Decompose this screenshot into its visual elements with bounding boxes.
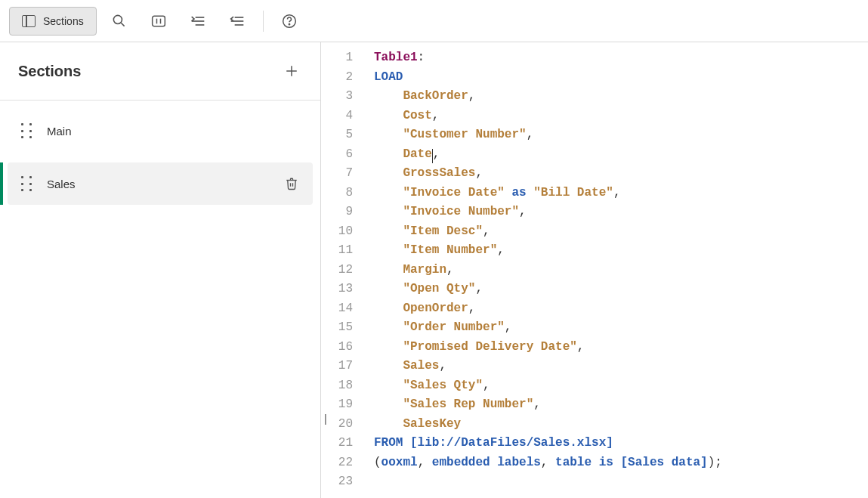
search-button[interactable] [103, 7, 136, 36]
line-number: 9 [321, 203, 353, 222]
code-line[interactable]: (ooxml, embedded labels, table is [Sales… [374, 453, 868, 473]
token-kw: table [555, 456, 592, 469]
token-punc: ); [708, 456, 722, 469]
token-field: "Invoice Date" [403, 186, 504, 200]
code-line[interactable]: LOAD [374, 68, 868, 88]
token-field: "Bill Date" [533, 186, 613, 200]
line-number: 7 [321, 164, 353, 184]
token-punc: , [527, 128, 534, 141]
code-line[interactable]: "Item Desc", [374, 222, 868, 242]
token-field: "Order Number" [403, 320, 504, 334]
token-lib: [lib://DataFiles/Sales.xlsx] [410, 436, 613, 450]
line-number: 15 [321, 318, 353, 338]
token-kw: LOAD [374, 70, 403, 84]
token-punc [592, 456, 599, 469]
token-punc: , [533, 397, 541, 411]
code-line[interactable]: "Promised Delivery Date", [374, 338, 868, 357]
section-item-sales[interactable]: Sales [8, 162, 313, 205]
code-line[interactable]: Cost, [374, 107, 868, 126]
svg-point-0 [114, 15, 122, 23]
token-punc: , [418, 456, 432, 469]
code-line[interactable]: "Sales Rep Number", [374, 395, 868, 415]
code-line[interactable]: "Open Qty", [374, 280, 868, 299]
code-line[interactable]: "Item Number", [374, 241, 868, 261]
token-punc: , [433, 147, 440, 161]
token-punc [527, 186, 534, 200]
token-punc: , [468, 89, 476, 103]
token-field: BackOrder [403, 89, 468, 103]
line-number: 1 [321, 48, 353, 68]
line-number: 10 [321, 222, 353, 242]
line-number: 8 [321, 184, 353, 203]
comment-toggle-button[interactable] [142, 7, 175, 36]
sidebar-title: Sections [18, 63, 81, 80]
sidebar-header: Sections [0, 42, 320, 101]
add-section-button[interactable] [281, 60, 302, 82]
section-label: Main [47, 125, 301, 138]
section-item-main[interactable]: Main [8, 110, 313, 152]
line-number: 17 [321, 357, 353, 376]
token-field: Cost [403, 109, 431, 122]
svg-line-1 [121, 23, 124, 26]
token-field: "Item Desc" [403, 224, 483, 238]
code-line[interactable]: "Invoice Date" as "Bill Date", [374, 184, 868, 203]
token-punc: , [483, 224, 490, 238]
code-line[interactable]: OpenOrder, [374, 299, 868, 319]
code-line[interactable]: "Sales Qty", [374, 376, 868, 396]
token-punc [403, 436, 410, 450]
drag-handle-icon[interactable] [21, 176, 32, 191]
line-number: 21 [321, 434, 353, 453]
code-line[interactable]: Table1: [374, 48, 868, 68]
splitter-handle[interactable]: || [324, 413, 325, 425]
line-number: 19 [321, 395, 353, 415]
token-field: "Promised Delivery Date" [403, 340, 576, 354]
code-line[interactable]: GrossSales, [374, 164, 868, 184]
indent-button[interactable] [181, 7, 215, 36]
code-line[interactable]: Date, [374, 145, 868, 165]
sections-toggle-label: Sections [43, 15, 84, 27]
token-punc: , [577, 340, 585, 354]
code-line[interactable]: Sales, [374, 357, 868, 376]
token-field: "Sales Qty" [403, 379, 483, 392]
code-line[interactable]: "Invoice Number", [374, 203, 868, 222]
comment-icon [151, 14, 166, 28]
code-line[interactable]: SalesKey [374, 415, 868, 435]
section-label: Sales [47, 178, 283, 190]
code-area[interactable]: Table1:LOAD BackOrder, Cost, "Customer N… [360, 48, 868, 498]
line-number: 2 [321, 68, 353, 88]
line-number: 20 [321, 415, 353, 435]
token-kw: FROM [374, 436, 403, 450]
line-number: 16 [321, 338, 353, 357]
section-list: MainSales [0, 101, 320, 214]
code-line[interactable] [374, 472, 868, 492]
token-kw: labels [497, 456, 541, 469]
line-number: 22 [321, 453, 353, 473]
code-line[interactable]: BackOrder, [374, 87, 868, 107]
token-punc: , [497, 243, 505, 257]
token-field: GrossSales [403, 166, 475, 180]
outdent-button[interactable] [221, 7, 254, 36]
trash-icon [285, 176, 298, 191]
line-number: 23 [321, 472, 353, 492]
code-line[interactable]: "Order Number", [374, 318, 868, 338]
token-field: SalesKey [403, 417, 461, 431]
token-field: Margin [403, 263, 446, 277]
sidebar: Sections MainSales || [0, 42, 321, 498]
token-field: "Open Qty" [403, 282, 475, 295]
help-button[interactable] [273, 7, 306, 36]
token-field: Sales [403, 359, 439, 373]
delete-section-button[interactable] [283, 175, 301, 193]
code-line[interactable]: FROM [lib://DataFiles/Sales.xlsx] [374, 434, 868, 453]
code-line[interactable]: "Customer Number", [374, 125, 868, 145]
token-punc [490, 456, 498, 469]
token-kw: embedded [432, 456, 490, 469]
toolbar: Sections [0, 0, 868, 42]
sections-toggle-button[interactable]: Sections [9, 7, 97, 36]
code-line[interactable]: Margin, [374, 261, 868, 280]
token-field: "Customer Number" [403, 128, 526, 141]
drag-handle-icon[interactable] [21, 123, 32, 138]
code-editor[interactable]: 1234567891011121314151617181920212223 Ta… [321, 42, 868, 498]
token-kw: as [511, 186, 526, 200]
plus-icon [285, 64, 298, 78]
token-punc [505, 186, 512, 200]
